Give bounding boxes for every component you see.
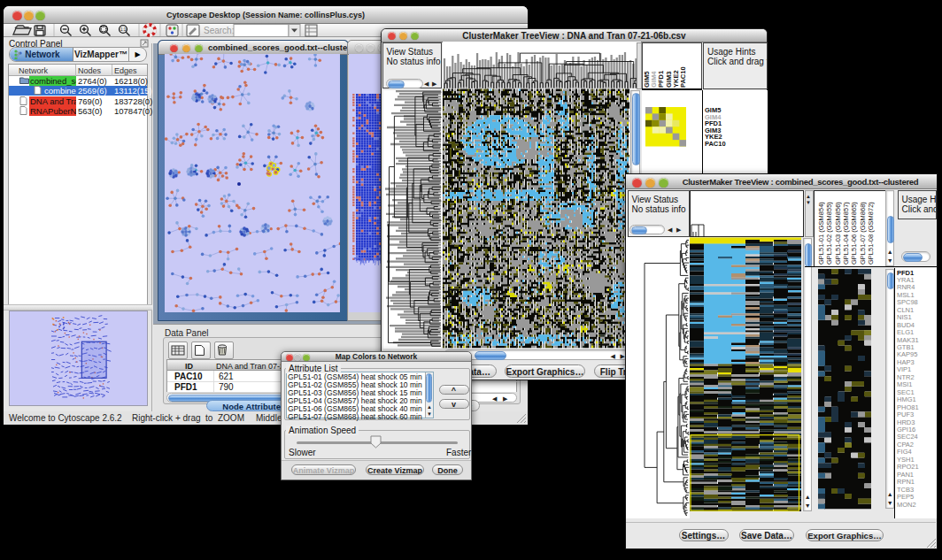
svg-text:Search:: Search: — [204, 26, 234, 35]
svg-text:1:1: 1:1 — [120, 27, 127, 32]
